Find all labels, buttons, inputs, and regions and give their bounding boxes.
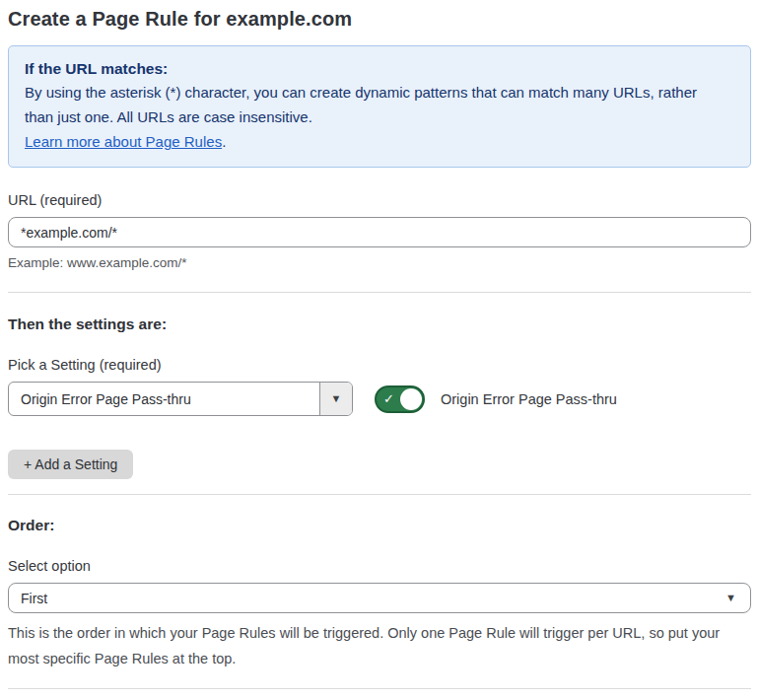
url-field-label: URL (required) bbox=[8, 191, 751, 209]
settings-section-heading: Then the settings are: bbox=[8, 315, 751, 333]
setting-toggle[interactable]: ✓ bbox=[375, 385, 425, 413]
divider bbox=[8, 688, 751, 689]
divider bbox=[8, 494, 751, 495]
divider bbox=[8, 292, 751, 293]
url-example-hint: Example: www.example.com/* bbox=[8, 254, 751, 271]
info-box-heading: If the URL matches: bbox=[25, 57, 734, 81]
chevron-down-icon: ▼ bbox=[725, 593, 736, 603]
setting-toggle-label: Origin Error Page Pass-thru bbox=[441, 391, 617, 407]
learn-more-link[interactable]: Learn more about Page Rules bbox=[25, 133, 222, 150]
check-icon: ✓ bbox=[383, 392, 394, 405]
order-help-text: This is the order in which your Page Rul… bbox=[8, 620, 747, 671]
setting-dropdown-button[interactable]: ▼ bbox=[319, 383, 352, 415]
page-title: Create a Page Rule for example.com bbox=[8, 6, 751, 32]
order-select-label: Select option bbox=[8, 557, 751, 575]
page-rule-form: Create a Page Rule for example.com If th… bbox=[0, 0, 759, 700]
chevron-down-icon: ▼ bbox=[331, 393, 342, 404]
info-box-body: By using the asterisk (*) character, you… bbox=[25, 81, 729, 129]
order-section-heading: Order: bbox=[8, 517, 751, 534]
order-select-value: First bbox=[21, 591, 47, 606]
pick-setting-label: Pick a Setting (required) bbox=[8, 356, 751, 374]
setting-dropdown[interactable]: Origin Error Page Pass-thru ▼ bbox=[8, 382, 353, 416]
toggle-knob bbox=[400, 388, 422, 410]
order-select[interactable]: First ▼ bbox=[8, 583, 751, 613]
info-box-link-line: Learn more about Page Rules. bbox=[25, 130, 734, 154]
setting-row: Origin Error Page Pass-thru ▼ ✓ Origin E… bbox=[8, 382, 751, 416]
url-match-info-box: If the URL matches: By using the asteris… bbox=[8, 45, 751, 168]
setting-dropdown-value: Origin Error Page Pass-thru bbox=[9, 383, 319, 415]
add-setting-button[interactable]: + Add a Setting bbox=[8, 450, 133, 479]
url-input[interactable] bbox=[8, 217, 751, 247]
link-suffix: . bbox=[222, 133, 226, 150]
